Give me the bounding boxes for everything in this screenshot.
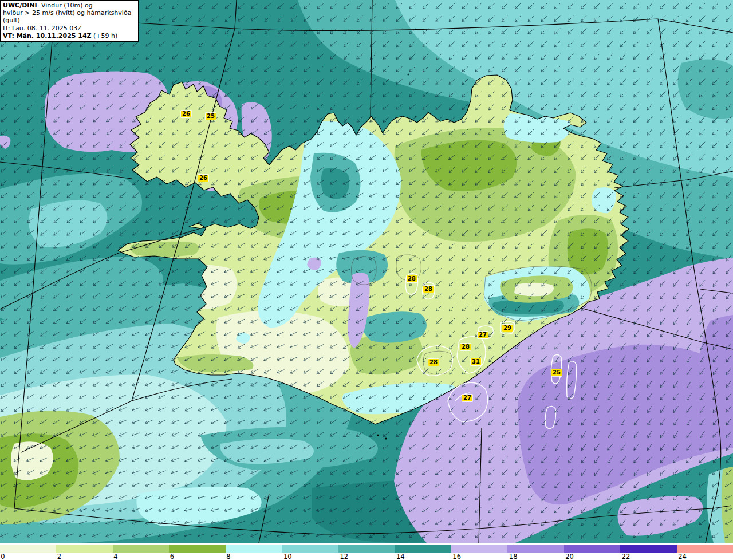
colorbar-tick-label: 24 bbox=[678, 553, 687, 560]
colorbar-block bbox=[677, 545, 733, 553]
gust-value-label: 27 bbox=[462, 395, 472, 401]
colorbar-block bbox=[395, 545, 451, 553]
gust-value-label: 27 bbox=[478, 332, 488, 338]
colorbar-tick-label: 2 bbox=[57, 553, 61, 560]
colorbar-tick-label: 22 bbox=[622, 553, 630, 560]
colorbar-tick-label: 4 bbox=[113, 553, 117, 560]
colorbar-block bbox=[451, 545, 508, 553]
gust-value-label: 26 bbox=[198, 175, 208, 182]
colorbar-tick-label: 16 bbox=[452, 553, 461, 560]
wind-speed-colorbar: 024681012141618202224 bbox=[0, 543, 733, 560]
gust-value-label: 28 bbox=[407, 275, 417, 282]
legend-line-2: hviður > 25 m/s (hvítt) og hámarkshviða … bbox=[3, 9, 136, 24]
weather-map-screen: UWC/DINI: Vindur (10m) og hviður > 25 m/… bbox=[0, 0, 733, 560]
colorbar-block bbox=[56, 545, 113, 553]
colorbar-block bbox=[169, 545, 226, 553]
legend-line-4: VT: Mán. 10.11.2025 14Z (+59 h) bbox=[3, 32, 136, 40]
colorbar-block bbox=[564, 545, 621, 553]
gust-value-label: 29 bbox=[502, 325, 513, 332]
colorbar-tick-label: 20 bbox=[565, 553, 574, 560]
gust-value-label: 31 bbox=[471, 358, 481, 365]
gust-value-label: 28 bbox=[423, 286, 434, 293]
gust-value-label: 25 bbox=[551, 369, 562, 376]
colorbar-block bbox=[507, 545, 564, 553]
gust-value-label: 25 bbox=[206, 113, 216, 120]
legend-line-3: IT: Lau. 08. 11. 2025 03Z bbox=[3, 25, 136, 32]
gust-value-label: 28 bbox=[460, 344, 471, 350]
colorbar-block bbox=[0, 545, 57, 553]
island-dot bbox=[377, 434, 379, 436]
colorbar-tick-label: 12 bbox=[340, 553, 348, 560]
colorbar-block bbox=[282, 545, 338, 553]
colorbar-tick-label: 10 bbox=[283, 553, 292, 560]
map-legend: UWC/DINI: Vindur (10m) og hviður > 25 m/… bbox=[0, 0, 139, 42]
colorbar-blocks bbox=[0, 545, 733, 553]
colorbar-block bbox=[226, 545, 282, 553]
wind-map-canvas bbox=[0, 0, 733, 543]
gust-value-label: 28 bbox=[428, 359, 439, 366]
colorbar-tick-label: 14 bbox=[396, 553, 405, 560]
colorbar-block bbox=[113, 545, 170, 553]
gust-value-label: 26 bbox=[181, 111, 191, 117]
colorbar-block bbox=[338, 545, 395, 553]
colorbar-tick-label: 18 bbox=[509, 553, 518, 560]
colorbar-tick-label: 0 bbox=[1, 553, 5, 560]
colorbar-tick-label: 8 bbox=[226, 553, 230, 560]
island-dot bbox=[385, 437, 387, 439]
colorbar-tick-label: 6 bbox=[170, 553, 174, 560]
island-dot bbox=[407, 73, 409, 75]
colorbar-block bbox=[620, 545, 677, 553]
legend-line-1: UWC/DINI: Vindur (10m) og bbox=[3, 2, 136, 9]
